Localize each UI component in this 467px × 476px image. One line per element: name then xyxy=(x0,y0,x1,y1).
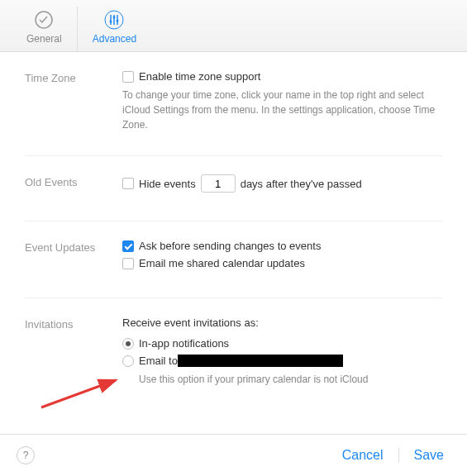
section-label-old-events: Old Events xyxy=(25,174,122,198)
tab-general-label: General xyxy=(26,33,62,45)
email-shared-updates-label: Email me shared calendar updates xyxy=(139,257,305,269)
hide-events-post: days after they've passed xyxy=(241,178,362,190)
hide-events-days-input[interactable] xyxy=(201,174,236,193)
checkbox-ask-before-sending[interactable] xyxy=(122,240,134,252)
ask-before-sending-label: Ask before sending changes to events xyxy=(139,240,321,252)
tab-general[interactable]: General xyxy=(12,7,78,51)
help-button[interactable]: ? xyxy=(17,446,35,464)
invitations-help: Use this option if your primary calendar… xyxy=(139,372,442,387)
divider xyxy=(398,448,399,463)
redacted-email xyxy=(178,355,343,367)
svg-point-6 xyxy=(113,17,116,19)
section-label-timezone: Time Zone xyxy=(25,70,122,132)
invitations-intro: Receive event invitations as: xyxy=(122,317,442,329)
footer: ? Cancel Save xyxy=(0,434,467,476)
radio-email-to[interactable] xyxy=(122,355,134,367)
tab-advanced-label: Advanced xyxy=(93,33,136,45)
save-button[interactable]: Save xyxy=(407,448,450,463)
checkbox-timezone-label: Enable time zone support xyxy=(139,70,260,83)
section-old-events: Old Events Hide events days after they'v… xyxy=(25,156,442,221)
checkmark-circle-icon xyxy=(34,10,54,30)
radio-email-to-label: Email to xyxy=(139,355,178,367)
tab-advanced[interactable]: Advanced xyxy=(78,7,151,51)
section-event-updates: Event Updates Ask before sending changes… xyxy=(25,221,442,298)
cancel-button[interactable]: Cancel xyxy=(336,448,390,463)
section-label-invitations: Invitations xyxy=(25,317,122,387)
hide-events-pre: Hide events xyxy=(139,178,196,190)
svg-point-7 xyxy=(117,20,119,22)
section-timezone: Time Zone Enable time zone support To ch… xyxy=(25,52,442,156)
svg-point-5 xyxy=(110,21,112,23)
checkbox-email-shared-updates[interactable] xyxy=(122,258,134,269)
checkbox-hide-events[interactable] xyxy=(122,178,134,189)
section-label-event-updates: Event Updates xyxy=(25,240,122,274)
checkbox-timezone-enable[interactable] xyxy=(122,71,134,83)
timezone-help: To change your time zone, click your nam… xyxy=(122,88,442,132)
section-invitations: Invitations Receive event invitations as… xyxy=(25,298,442,410)
radio-inapp-label: In-app notifications xyxy=(139,337,229,350)
radio-inapp-notifications[interactable] xyxy=(122,338,134,350)
content: Time Zone Enable time zone support To ch… xyxy=(0,52,467,410)
sliders-icon xyxy=(104,10,124,30)
tabs-bar: General Advanced xyxy=(0,0,467,52)
